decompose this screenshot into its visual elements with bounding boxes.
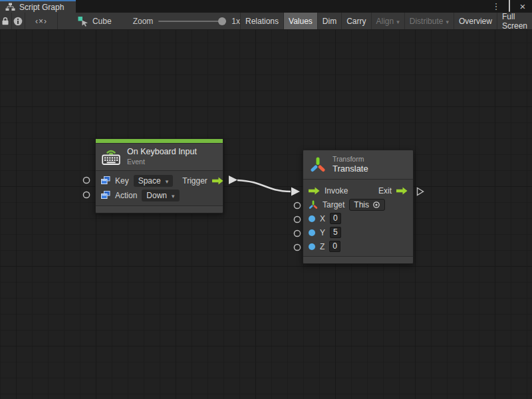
node-body: Invoke Exit Target [303,179,413,256]
x-input-port[interactable] [294,216,300,222]
node-subtitle: Event [127,158,197,166]
zoom-value: 1x [231,17,240,26]
z-row: Z 0 [303,239,413,253]
zoom-slider-handle[interactable] [218,17,226,25]
chevron-down-icon: ▾ [396,19,400,25]
invoke-label: Invoke [325,186,348,196]
value-port-dot [309,229,315,236]
key-row: Key Space ▾ Trigger [96,174,223,188]
connection-wire[interactable] [237,180,291,192]
dim-button[interactable]: Dim [317,13,341,29]
node-title: Translate [332,164,368,174]
tab-title: Script Graph [19,3,64,12]
full-screen-button[interactable]: Full Screen [497,13,532,29]
distribute-button[interactable]: Distribute ▾ [404,13,454,29]
info-button[interactable] [12,13,25,29]
node-body: Key Space ▾ Trigger [96,170,223,205]
x-label: X [320,214,325,223]
key-label: Key [115,176,129,186]
zoom-slider[interactable] [158,21,226,22]
lock-button[interactable] [0,13,12,29]
flow-arrow-icon [309,187,320,195]
z-input-port[interactable] [294,244,300,250]
node-surtitle: Transform [332,155,368,164]
chevron-down-icon: ▾ [166,178,169,185]
target-object-field[interactable]: This [349,199,385,211]
graph-pointer-icon [78,16,88,27]
trigger-output-port[interactable] [229,176,237,184]
exit-output-port[interactable] [418,188,424,196]
window-menu-icon[interactable]: ⋮ [491,1,501,12]
x-value-field[interactable]: 0 [330,213,341,224]
target-label: Target [323,200,344,209]
enum-icon [101,191,110,200]
zoom-control: Zoom 1x [133,13,240,29]
node-on-keyboard-input[interactable]: On Keyboard Input Event Key Spac [95,138,223,213]
x-row: X 0 [303,211,413,225]
value-port-dot [309,243,315,250]
info-icon [13,17,23,26]
y-row: Y 5 [303,225,413,239]
trigger-label: Trigger [182,176,207,186]
node-header[interactable]: Transform Translate [303,150,413,179]
script-graph-window: Script Graph ⋮ × [0,0,532,399]
action-label: Action [115,191,137,200]
object-picker-icon[interactable] [372,201,380,209]
key-input-port[interactable] [83,177,89,183]
unit-options-button[interactable]: ‹×› [25,13,59,29]
node-footer [303,256,413,263]
tab-script-graph[interactable]: Script Graph [0,0,76,13]
window-close-icon[interactable]: × [517,1,528,12]
tab-bar: Script Graph ⋮ × [0,0,532,13]
node-header[interactable]: On Keyboard Input Event [96,144,223,170]
zoom-label: Zoom [133,17,154,26]
flow-arrow-icon [212,177,223,185]
align-button[interactable]: Align ▾ [371,13,404,29]
graph-target-label: Cube [92,17,112,26]
window-maximize-icon[interactable] [504,1,515,12]
graph-toolbar: ‹×› Cube Zoom 1x Relations Values Dim Ca… [0,13,532,30]
graph-canvas[interactable]: On Keyboard Input Event Key Spac [0,30,532,399]
target-row: Target This [303,198,413,211]
enum-icon [101,176,110,185]
transform-mini-icon [309,200,318,209]
graph-target[interactable]: Cube [71,13,112,29]
overview-button[interactable]: Overview [454,13,497,29]
script-graph-icon [5,3,15,11]
toolbar-spacer [58,13,71,29]
key-dropdown[interactable]: Space ▾ [134,175,174,187]
lock-icon [1,17,9,25]
values-button[interactable]: Values [283,13,317,29]
action-dropdown[interactable]: Down ▾ [142,190,179,201]
y-label: Y [320,228,325,237]
action-input-port[interactable] [83,192,89,198]
action-row: Action Down ▾ [96,188,223,203]
invoke-row: Invoke Exit [303,184,413,198]
exit-label: Exit [378,186,392,196]
flow-arrow-icon [396,187,408,195]
toolbar-buttons: Relations Values Dim Carry Align ▾ Distr… [240,13,532,29]
target-input-port[interactable] [294,202,300,208]
keyboard-icon [101,148,121,166]
node-translate[interactable]: Transform Translate Invoke Exit [303,150,414,264]
value-port-dot [309,215,315,222]
event-color-bar [96,139,223,144]
code-icon: ‹×› [35,17,47,26]
invoke-input-port[interactable] [291,188,300,196]
transform-icon [309,156,327,174]
node-title: On Keyboard Input [127,147,197,158]
z-label: Z [320,242,325,251]
relations-button[interactable]: Relations [240,13,283,29]
z-value-field[interactable]: 0 [329,241,340,252]
connections-overlay [0,30,532,399]
y-value-field[interactable]: 5 [330,227,341,238]
node-footer [96,205,223,213]
carry-button[interactable]: Carry [341,13,370,29]
chevron-down-icon: ▾ [172,193,175,200]
y-input-port[interactable] [294,230,300,236]
chevron-down-icon: ▾ [446,19,449,25]
window-controls: ⋮ × [491,0,532,13]
